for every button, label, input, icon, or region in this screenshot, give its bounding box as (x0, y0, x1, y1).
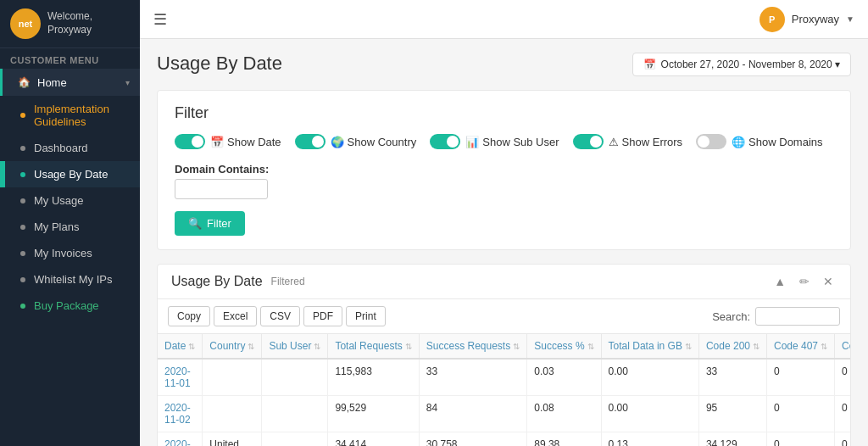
table-cell: 99,529 (328, 396, 419, 432)
table-cell (262, 432, 328, 447)
filtered-badge: Filtered (271, 276, 305, 287)
dot-icon (20, 304, 25, 309)
col-sub-user[interactable]: Sub User⇅ (262, 334, 328, 359)
table-cell: 0 (835, 359, 850, 396)
sidebar-item-label: Dashboard (34, 142, 130, 154)
dot-icon (20, 113, 25, 118)
sidebar-item-label: Whitelist My IPs (34, 273, 130, 286)
avatar: P (760, 7, 785, 32)
dot-icon (20, 146, 25, 151)
show-country-label: 🌍 Show Country (331, 136, 417, 148)
col-date[interactable]: Date⇅ (158, 334, 203, 359)
edit-button[interactable]: ✏ (796, 273, 813, 290)
col-code-404[interactable]: Code 404⇅ (835, 334, 850, 359)
home-icon: 🏠 (17, 75, 31, 89)
table-cell: 33 (419, 359, 526, 396)
show-errors-toggle[interactable] (573, 134, 604, 149)
filter-title: Filter (175, 104, 833, 122)
search-area: Search: (712, 307, 840, 326)
sidebar-item-whitelist[interactable]: Whitelist My IPs (0, 266, 140, 293)
pdf-button[interactable]: PDF (303, 306, 342, 326)
sidebar-item-implementation[interactable]: Implementation Guidelines (0, 96, 140, 135)
show-date-toggle[interactable] (175, 134, 205, 149)
col-code-200[interactable]: Code 200⇅ (698, 334, 766, 359)
table-cell (203, 359, 262, 396)
col-success-requests[interactable]: Success Requests⇅ (419, 334, 526, 359)
sidebar: net Welcome, Proxyway CUSTOMER MENU 🏠 Ho… (0, 0, 140, 446)
csv-button[interactable]: CSV (260, 306, 300, 326)
sidebar-item-usage-by-date[interactable]: Usage By Date (0, 161, 140, 187)
domain-contains-input[interactable] (175, 179, 268, 199)
col-total-data[interactable]: Total Data in GB⇅ (601, 334, 698, 359)
excel-button[interactable]: Excel (214, 306, 257, 326)
globe2-small-icon: 🌐 (732, 136, 745, 148)
table-cell: 0.00 (601, 359, 698, 396)
edit-icon: ✏ (799, 275, 810, 288)
col-success-pct[interactable]: Success %⇅ (527, 334, 601, 359)
data-table: Date⇅ Country⇅ Sub User⇅ Total Requests⇅… (158, 334, 850, 446)
page-header: Usage By Date 📅 October 27, 2020 - Novem… (157, 53, 851, 76)
hamburger-icon[interactable]: ☰ (153, 10, 167, 29)
sidebar-item-buy-package[interactable]: Buy Package (0, 293, 140, 319)
collapse-button[interactable]: ▲ (771, 273, 789, 290)
filter-button[interactable]: 🔍 Filter (175, 211, 245, 236)
toggle-show-domains: 🌐 Show Domains (696, 134, 822, 149)
sidebar-item-my-invoices[interactable]: My Invoices (0, 240, 140, 266)
sidebar-item-home[interactable]: 🏠 Home ▾ (0, 69, 140, 96)
show-sub-user-toggle[interactable] (430, 134, 460, 149)
table-body: 2020-11-01115,983330.030.0033000108,4797… (158, 359, 850, 446)
search-input[interactable] (755, 307, 840, 326)
table-cell (262, 396, 328, 432)
sidebar-item-label: My Usage (34, 194, 130, 207)
search-icon: 🔍 (188, 217, 202, 230)
dot-icon (20, 198, 25, 203)
topbar-chevron-icon[interactable]: ▼ (846, 14, 854, 24)
domain-contains-group: Domain Contains: (175, 163, 269, 199)
print-button[interactable]: Print (346, 306, 386, 326)
globe-small-icon: 🌍 (331, 136, 344, 148)
warning-small-icon: ⚠ (609, 136, 619, 148)
sidebar-item-my-usage[interactable]: My Usage (0, 187, 140, 214)
col-code-407[interactable]: Code 407⇅ (766, 334, 834, 359)
export-buttons-bar: Copy Excel CSV PDF Print Search: (158, 299, 850, 334)
date-picker-button[interactable]: 📅 October 27, 2020 - November 8, 2020 ▾ (632, 53, 851, 76)
logo-icon: net (10, 8, 41, 39)
close-table-button[interactable]: ✕ (820, 273, 837, 290)
calendar-icon: 📅 (643, 59, 656, 70)
copy-button[interactable]: Copy (168, 306, 210, 326)
show-domains-toggle[interactable] (696, 134, 726, 149)
table-cell: 34,414 (328, 432, 419, 447)
show-errors-label: ⚠ Show Errors (609, 136, 683, 148)
col-country[interactable]: Country⇅ (203, 334, 262, 359)
table-row: 2020-11-0299,529840.080.009500091,6327,8… (158, 396, 850, 432)
table-title: Usage By Date (171, 274, 263, 289)
topbar-username: Proxyway (792, 13, 839, 25)
sidebar-item-my-plans[interactable]: My Plans (0, 214, 140, 240)
toggle-show-date: 📅 Show Date (175, 134, 281, 149)
col-total-requests[interactable]: Total Requests⇅ (328, 334, 419, 359)
filter-controls: 📅 Show Date 🌍 Show Country (175, 134, 833, 199)
table-header-row: Date⇅ Country⇅ Sub User⇅ Total Requests⇅… (158, 334, 850, 359)
calendar-small-icon: 📅 (210, 136, 224, 148)
table-cell: 0 (766, 396, 834, 432)
show-country-toggle[interactable] (295, 134, 326, 149)
content-area: Usage By Date 📅 October 27, 2020 - Novem… (140, 39, 868, 446)
main-content: ☰ P Proxyway ▼ Usage By Date 📅 October 2… (140, 0, 868, 446)
show-domains-label: 🌐 Show Domains (732, 136, 822, 148)
search-label: Search: (712, 310, 750, 323)
table-cell: 89.38 (527, 432, 601, 447)
export-left: Copy Excel CSV PDF Print (168, 306, 386, 326)
table-cell (203, 396, 262, 432)
sidebar-item-label: Implementation Guidelines (34, 103, 130, 128)
sidebar-item-label: Buy Package (34, 299, 130, 312)
sidebar-welcome: Welcome, Proxyway (47, 10, 92, 36)
sidebar-item-dashboard[interactable]: Dashboard (0, 135, 140, 161)
sidebar-item-label: My Plans (34, 220, 130, 233)
chevron-icon: ▾ (125, 78, 130, 87)
table-cell: 84 (419, 396, 526, 432)
table-header-right: ▲ ✏ ✕ (771, 273, 837, 290)
sidebar-item-label: Usage By Date (34, 168, 130, 181)
collapse-icon: ▲ (774, 275, 786, 288)
show-sub-user-label: 📊 Show Sub User (465, 136, 559, 148)
table-cell: 33 (698, 359, 766, 396)
